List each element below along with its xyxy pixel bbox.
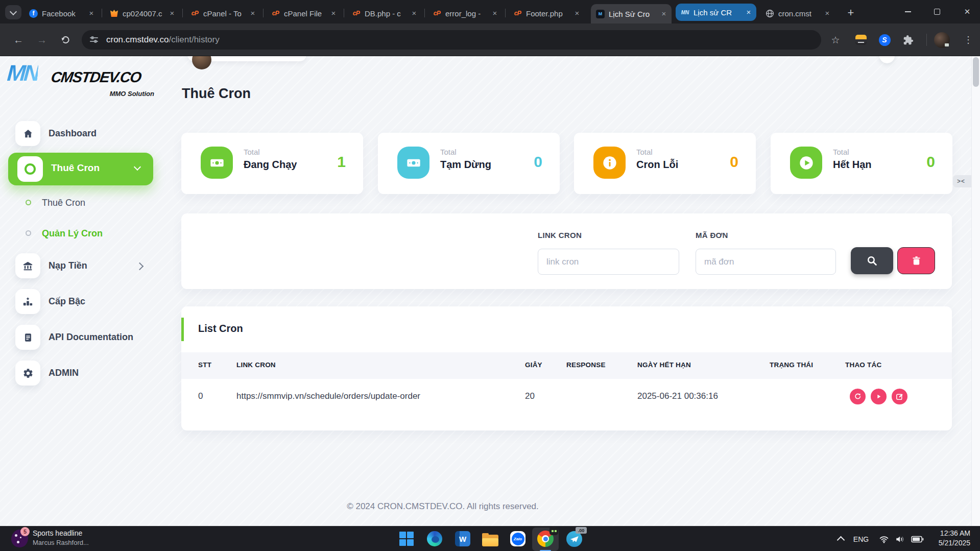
- stat-total-label: Total: [244, 148, 260, 156]
- window-close-button[interactable]: ✕: [955, 0, 979, 23]
- extensions-button[interactable]: [899, 31, 917, 49]
- start-button[interactable]: [398, 531, 415, 547]
- user-avatar[interactable]: [192, 56, 211, 69]
- chevron-down-icon: [134, 163, 141, 171]
- link-cron-input[interactable]: [538, 249, 679, 275]
- wifi-button[interactable]: [876, 526, 892, 551]
- extension-orange-icon: [855, 35, 867, 45]
- cpanel-icon: cP: [352, 9, 361, 18]
- stat-card-cron-loi: Total Cron Lỗi 0: [574, 133, 756, 194]
- tab-lich-su-cron-grouped[interactable]: MN Lịch sử CR ×: [676, 4, 756, 21]
- file-explorer-button[interactable]: [482, 531, 498, 547]
- sidebar-item-nap-tien[interactable]: [15, 253, 40, 278]
- close-tab-icon[interactable]: ×: [248, 9, 257, 18]
- tab-lich-su-cron-active[interactable]: M Lịch Sử Cro ×: [591, 4, 672, 23]
- sidebar-item-api-doc[interactable]: [15, 325, 40, 350]
- tab-cron-cmst[interactable]: cron.cmst ×: [760, 4, 835, 22]
- sidebar-item-dashboard[interactable]: [15, 121, 40, 146]
- word-app-button[interactable]: W: [455, 531, 471, 547]
- extension-orange-button[interactable]: [852, 31, 870, 49]
- sidebar-label-nap-tien[interactable]: Nạp Tiền: [49, 260, 87, 271]
- stat-label: Đang Chạy: [244, 159, 297, 171]
- close-tab-icon[interactable]: ×: [168, 9, 177, 18]
- stat-label: Hết Hạn: [833, 159, 872, 171]
- tab-footer-php[interactable]: cP Footer.php ×: [508, 4, 585, 22]
- screen: f Facebook × cp024007.c × cP cPanel - To…: [0, 0, 980, 551]
- tab-search-button[interactable]: [5, 5, 21, 19]
- tab-title: cp024007.c: [123, 9, 165, 18]
- ma-don-input[interactable]: [696, 249, 836, 275]
- shazam-button[interactable]: S: [875, 31, 894, 49]
- sidebar-label-cap-bac[interactable]: Cấp Bậc: [49, 296, 85, 307]
- tray-overflow-button[interactable]: [833, 526, 848, 551]
- stat-value: 0: [926, 153, 935, 171]
- refresh-action-button[interactable]: [850, 389, 866, 404]
- widgets-button[interactable]: 5 Sports headline Marcus Rashford...: [0, 526, 123, 551]
- close-tab-icon[interactable]: ×: [659, 9, 668, 18]
- tab-error-log[interactable]: cP error_log - ×: [427, 4, 503, 22]
- profile-button[interactable]: [933, 31, 951, 49]
- taskbar-clock[interactable]: 12:36 AM 5/21/2025: [939, 529, 970, 548]
- sidebar-label-admin[interactable]: ADMIN: [49, 368, 79, 378]
- tab-separator: [263, 9, 264, 17]
- sidebar-subitem-quan-ly-cron[interactable]: Quản Lý Cron: [42, 228, 103, 239]
- tray-date: 5/21/2025: [939, 538, 970, 548]
- sidebar-item-admin[interactable]: [15, 361, 40, 386]
- volume-button[interactable]: [893, 526, 908, 551]
- tab-title: Lịch Sử Cro: [609, 10, 657, 18]
- close-tab-icon[interactable]: ×: [87, 9, 96, 18]
- rank-podium-icon: [22, 296, 34, 307]
- site-settings-icon[interactable]: [90, 36, 99, 43]
- banknote-icon: [397, 147, 429, 179]
- delete-button[interactable]: [897, 247, 935, 274]
- tab-title: cPanel File: [284, 9, 326, 18]
- new-tab-button[interactable]: +: [844, 6, 858, 20]
- stat-value: 0: [534, 153, 542, 171]
- language-indicator[interactable]: ENG: [850, 526, 872, 551]
- tab-title: cron.cmst: [778, 9, 820, 18]
- telegram-badge: .00: [576, 527, 587, 534]
- wifi-icon: [879, 535, 889, 544]
- window-minimize-button[interactable]: [896, 0, 920, 23]
- back-button[interactable]: ←: [9, 31, 28, 49]
- forward-button[interactable]: →: [33, 31, 51, 49]
- tab-title: cPanel - To: [203, 9, 246, 18]
- window-restore-button[interactable]: [925, 0, 949, 23]
- browser-menu-button[interactable]: ⋮: [959, 31, 977, 49]
- close-tab-icon[interactable]: ×: [572, 9, 582, 18]
- play-action-button[interactable]: [871, 389, 887, 404]
- sidebar-label-dashboard[interactable]: Dashboard: [49, 128, 97, 139]
- tab-db-php[interactable]: cP DB.php - c ×: [347, 4, 422, 22]
- close-tab-icon[interactable]: ×: [490, 9, 499, 18]
- bookmark-star-button[interactable]: ☆: [826, 31, 845, 49]
- edge-app-button[interactable]: [426, 531, 443, 547]
- windows-taskbar: 5 Sports headline Marcus Rashford... W Z…: [0, 526, 980, 551]
- tab-cp024007[interactable]: cp024007.c ×: [105, 4, 180, 22]
- stat-total-label: Total: [636, 148, 653, 156]
- tab-cpanel-tools[interactable]: cP cPanel - To ×: [185, 4, 260, 22]
- sidebar-label-api-doc[interactable]: API Documentation: [49, 332, 133, 343]
- sidebar-item-cap-bac[interactable]: [15, 289, 40, 314]
- close-tab-icon[interactable]: ×: [410, 9, 419, 18]
- url-host: cron.cmstdev.co: [106, 35, 169, 44]
- tab-cpanel-file[interactable]: cP cPanel File ×: [266, 4, 341, 22]
- tab-facebook[interactable]: f Facebook ×: [24, 4, 99, 22]
- close-tab-icon[interactable]: ×: [329, 9, 338, 18]
- sidebar-item-thue-cron[interactable]: Thuê Cron: [8, 153, 153, 185]
- col-link-cron: LINK CRON: [236, 361, 276, 369]
- list-cron-card: List Cron STT LINK CRON GIÂY RESPONSE NG…: [181, 306, 952, 430]
- sidebar-subitem-thue-cron[interactable]: Thuê Cron: [42, 198, 85, 208]
- scrollbar-thumb[interactable]: [973, 57, 979, 87]
- close-tab-icon[interactable]: ×: [744, 8, 753, 17]
- url-omnibox[interactable]: cron.cmstdev.co/client/history: [82, 30, 821, 50]
- zalo-app-button[interactable]: Zalo: [510, 531, 526, 547]
- stat-value: 0: [730, 153, 738, 171]
- page-scrollbar[interactable]: [971, 56, 980, 526]
- search-button[interactable]: [851, 247, 893, 274]
- reload-button[interactable]: [56, 31, 75, 49]
- edit-action-button[interactable]: [892, 389, 907, 404]
- cell-giay: 20: [525, 391, 535, 401]
- battery-button[interactable]: [909, 526, 925, 551]
- table-row: 0 https://smmvip.vn/schedule/orders/upda…: [181, 379, 952, 415]
- close-tab-icon[interactable]: ×: [823, 9, 832, 18]
